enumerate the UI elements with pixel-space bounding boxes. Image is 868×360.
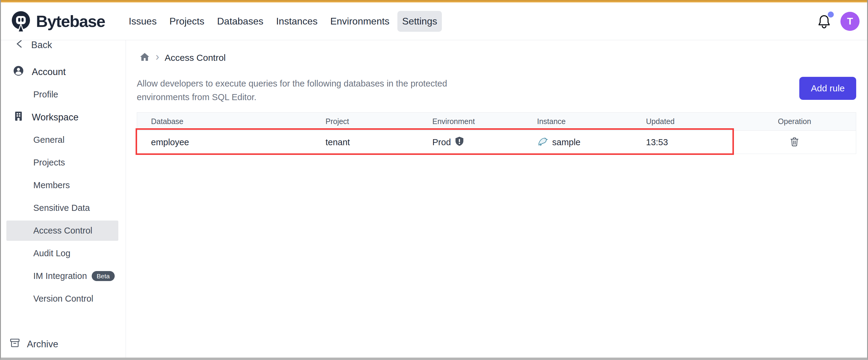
column-header-updated: Updated <box>646 112 733 131</box>
section-account-label: Account <box>32 67 66 77</box>
bell-icon <box>817 24 831 29</box>
top-accent-bar <box>1 0 867 2</box>
cell-operation <box>733 131 856 154</box>
cell-environment: Prod <box>433 131 537 154</box>
back-button[interactable]: Back <box>1 40 126 54</box>
column-header-operation: Operation <box>733 112 856 131</box>
table-row[interactable]: employee tenant Prod <box>137 131 856 154</box>
section-account: Account <box>1 61 126 83</box>
column-header-project: Project <box>326 112 433 131</box>
bytebase-logo-icon <box>10 10 32 32</box>
notification-bell-button[interactable] <box>817 14 831 28</box>
table-header-row: Database Project Environment Instance Up… <box>137 112 856 131</box>
top-navbar: Bytebase Issues Projects Databases Insta… <box>1 2 867 40</box>
sidebar-item-access-control[interactable]: Access Control <box>6 221 118 241</box>
brand-name: Bytebase <box>36 12 105 31</box>
sidebar-item-profile[interactable]: Profile <box>1 83 126 106</box>
sidebar-item-general[interactable]: General <box>1 129 126 151</box>
nav-item-projects[interactable]: Projects <box>165 11 210 32</box>
sidebar-item-members[interactable]: Members <box>1 174 126 197</box>
navbar-right: T <box>817 12 860 31</box>
column-header-instance: Instance <box>537 112 646 131</box>
nav-item-issues[interactable]: Issues <box>124 11 161 32</box>
cell-database: employee <box>137 131 326 154</box>
instance-label: sample <box>552 137 581 147</box>
sidebar-item-im-integration[interactable]: IM Integration Beta <box>1 265 126 287</box>
home-icon[interactable] <box>139 52 150 64</box>
nav-item-instances[interactable]: Instances <box>271 11 322 32</box>
cell-instance: sample <box>537 131 646 154</box>
sidebar-item-audit-log[interactable]: Audit Log <box>1 242 126 265</box>
environment-label: Prod <box>433 137 451 147</box>
shield-exclamation-icon <box>455 136 464 149</box>
cell-updated: 13:53 <box>646 131 733 154</box>
column-header-environment: Environment <box>433 112 537 131</box>
archive-label: Archive <box>27 339 58 350</box>
nav-item-databases[interactable]: Databases <box>212 11 268 32</box>
breadcrumb-page: Access Control <box>165 53 226 63</box>
section-workspace: Workspace <box>1 106 126 129</box>
avatar[interactable]: T <box>840 12 860 31</box>
sidebar-item-archive[interactable]: Archive <box>1 335 126 353</box>
app-window: Bytebase Issues Projects Databases Insta… <box>0 0 868 360</box>
sidebar-item-version-control[interactable]: Version Control <box>1 287 126 310</box>
cell-project: tenant <box>326 131 433 154</box>
beta-badge: Beta <box>92 271 115 281</box>
notification-dot <box>828 11 834 18</box>
trash-icon <box>790 143 799 148</box>
nav-item-settings[interactable]: Settings <box>397 11 442 32</box>
breadcrumb-chevron-icon: › <box>156 52 159 64</box>
main-nav: Issues Projects Databases Instances Envi… <box>124 11 442 32</box>
archive-icon <box>9 338 20 351</box>
access-rules-table: Database Project Environment Instance Up… <box>137 112 856 154</box>
back-chevron-icon <box>16 40 23 51</box>
main-content: › Access Control Allow developers to exe… <box>126 40 867 358</box>
add-rule-button[interactable]: Add rule <box>799 77 856 100</box>
sidebar-item-projects[interactable]: Projects <box>1 151 126 174</box>
page-description: Allow developers to execute queries for … <box>137 77 485 104</box>
nav-item-environments[interactable]: Environments <box>326 11 394 32</box>
settings-sidebar: Back Account Profile <box>1 40 126 358</box>
brand[interactable]: Bytebase <box>10 10 105 32</box>
sidebar-item-sensitive-data[interactable]: Sensitive Data <box>1 197 126 219</box>
mysql-dolphin-icon <box>537 135 549 149</box>
building-icon <box>13 111 24 124</box>
delete-rule-button[interactable] <box>789 136 800 149</box>
breadcrumb: › Access Control <box>137 52 856 64</box>
column-header-database: Database <box>137 112 326 131</box>
user-circle-icon <box>13 65 24 79</box>
back-label: Back <box>31 40 52 51</box>
section-workspace-label: Workspace <box>32 112 79 123</box>
im-integration-label: IM Integration <box>33 271 87 281</box>
